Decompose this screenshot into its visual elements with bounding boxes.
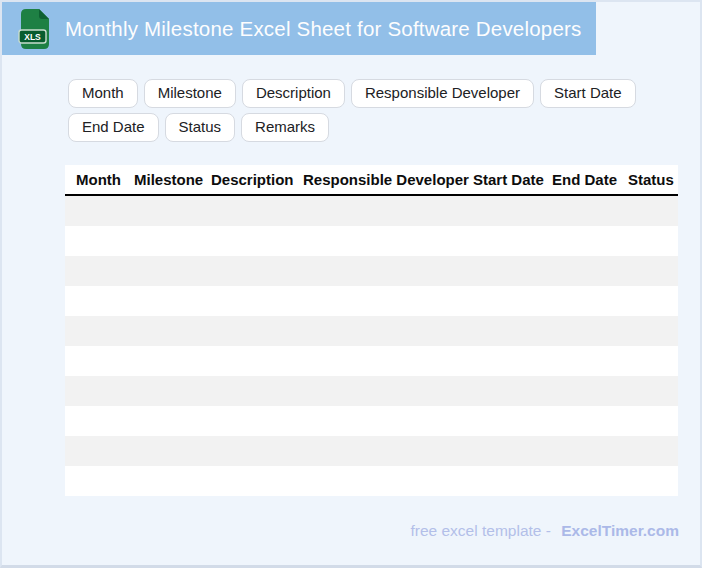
chip-description[interactable]: Description: [242, 79, 345, 108]
chip-milestone[interactable]: Milestone: [144, 79, 236, 108]
table-row: [65, 316, 678, 346]
table-header-row: MonthMilestoneDescriptionResponsible Dev…: [65, 165, 678, 196]
table-row: [65, 406, 678, 436]
table-row: [65, 376, 678, 406]
xls-file-icon: XLS: [18, 8, 50, 50]
column-header-start-date: Start Date: [473, 171, 552, 188]
chip-responsible-developer[interactable]: Responsible Developer: [351, 79, 534, 108]
chip-month[interactable]: Month: [68, 79, 138, 108]
footer: free excel template - ExcelTimer.com: [2, 522, 700, 540]
page: XLS Monthly Milestone Excel Sheet for So…: [0, 0, 702, 568]
table-row: [65, 196, 678, 226]
table-row: [65, 466, 678, 496]
chip-end-date[interactable]: End Date: [68, 113, 159, 142]
column-header-description: Description: [211, 171, 303, 188]
column-header-end-date: End Date: [552, 171, 628, 188]
column-header-responsible-developer: Responsible Developer: [303, 171, 473, 188]
column-header-status: Status: [628, 171, 678, 188]
keyword-chips: MonthMilestoneDescriptionResponsible Dev…: [68, 79, 690, 142]
table-body: [65, 196, 678, 496]
column-header-milestone: Milestone: [134, 171, 211, 188]
header-bar: XLS Monthly Milestone Excel Sheet for So…: [2, 2, 596, 55]
milestone-table: MonthMilestoneDescriptionResponsible Dev…: [65, 165, 678, 496]
page-title: Monthly Milestone Excel Sheet for Softwa…: [65, 17, 582, 41]
table-row: [65, 256, 678, 286]
chip-start-date[interactable]: Start Date: [540, 79, 636, 108]
column-header-month: Month: [76, 171, 134, 188]
chip-remarks[interactable]: Remarks: [241, 113, 329, 142]
table-row: [65, 346, 678, 376]
brand-link[interactable]: ExcelTimer.com: [561, 522, 679, 539]
footer-caption: free excel template -: [410, 522, 550, 539]
table-row: [65, 436, 678, 466]
table-row: [65, 226, 678, 256]
chip-status[interactable]: Status: [165, 113, 236, 142]
table-row: [65, 286, 678, 316]
svg-text:XLS: XLS: [24, 32, 41, 42]
